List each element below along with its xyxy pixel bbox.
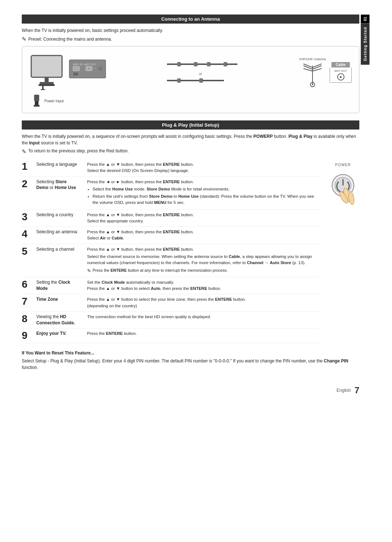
- step-title-3: Selecting a country: [36, 212, 83, 218]
- step-row-4: 4 Selecting an antenna Press the ▲ or ▼ …: [22, 227, 319, 244]
- step-title-8: Viewing the HD Connection Guide.: [36, 314, 83, 326]
- svg-rect-12: [73, 72, 78, 76]
- connector-dot: [340, 76, 342, 78]
- svg-rect-0: [31, 56, 62, 77]
- step-number-1: 1: [22, 161, 33, 172]
- connection-svg: or: [167, 56, 240, 89]
- tv-svg: [29, 54, 64, 90]
- antenna-header: Connecting to an Antenna: [22, 15, 359, 24]
- step-number-4: 4: [22, 229, 33, 239]
- ant-out-label: ANT OUT: [334, 69, 347, 73]
- plug-play-section: Plug & Play (Initial Setup) When the TV …: [22, 120, 359, 343]
- svg-rect-25: [167, 80, 178, 81]
- plug-play-note: Plug & Play: [289, 134, 313, 139]
- svg-rect-2: [40, 82, 54, 84]
- note-pencil-icon: ✎: [22, 36, 26, 42]
- step-number-7: 7: [22, 296, 33, 307]
- step-title-4: Selecting an antenna: [36, 229, 83, 235]
- svg-text:ANT IN: ANT IN: [73, 63, 82, 66]
- step-number-2: 2: [22, 179, 33, 189]
- powerp-label: POWERP: [253, 134, 273, 139]
- svg-line-31: [303, 64, 313, 67]
- step-row-5: 5 Selecting a channel Press the ▲ or ▼ b…: [22, 244, 319, 277]
- reset-section: If You Want to Reset This Feature... Sel…: [22, 350, 359, 371]
- svg-point-45: [348, 191, 355, 205]
- reset-text: Select Setup - Plug & Play (Initial Setu…: [22, 358, 359, 371]
- step-desc-9: Press the ENTERE button.: [87, 330, 319, 337]
- step-number-9: 9: [22, 330, 33, 341]
- antenna-diagram: ANT IN ANT OUT: [22, 46, 359, 113]
- power-label: POWER: [335, 163, 351, 167]
- svg-rect-4: [42, 85, 44, 90]
- svg-rect-29: [202, 80, 224, 81]
- svg-rect-23: [226, 63, 237, 65]
- svg-rect-27: [180, 80, 200, 81]
- back-panel-area: ANT IN ANT OUT: [68, 56, 107, 89]
- step-desc-8: The connection method for the best HD sc…: [87, 314, 319, 320]
- step-desc-6: Set the Clock Mode automatically or manu…: [87, 279, 319, 292]
- step-title-5: Selecting a channel: [36, 246, 83, 252]
- step-row-7: 7 Time Zone Press the ▲ or ▼ button to s…: [22, 294, 319, 312]
- footer-language: English: [336, 388, 351, 393]
- svg-line-34: [313, 64, 322, 67]
- step-title-7: Time Zone: [36, 296, 83, 303]
- power-input-label: Power Input: [44, 99, 64, 103]
- power-plug-svg: [31, 95, 42, 107]
- plug-return-note: ✎ To return to the previous step, press …: [22, 148, 359, 155]
- svg-rect-5: [41, 89, 45, 90]
- footer-page-number: 7: [355, 385, 359, 395]
- svg-text:ANT OUT: ANT OUT: [84, 63, 97, 66]
- vhf-antenna-area: VHF/UHF Antenna: [299, 57, 326, 87]
- step-row-8: 8 Viewing the HD Connection Guide. The c…: [22, 312, 319, 329]
- step-number-8: 8: [22, 314, 33, 324]
- step-row-2: 2 Selecting Store Demo or Home Use Press…: [22, 177, 319, 210]
- svg-point-11: [87, 67, 90, 70]
- side-tab-label: Getting Started: [361, 23, 369, 65]
- step-5-note: ✎ Press the ENTERE button at any time to…: [87, 267, 319, 275]
- connection-area: or: [111, 56, 295, 89]
- preset-note: ✎ Preset: Connecting the mains and anten…: [22, 36, 359, 42]
- svg-rect-19: [197, 63, 208, 65]
- svg-rect-1: [45, 77, 49, 83]
- step-number-6: 6: [22, 279, 33, 290]
- svg-rect-17: [180, 63, 195, 65]
- plug-play-header: Plug & Play (Initial Setup): [22, 120, 359, 130]
- side-tab-number: 01: [361, 15, 369, 23]
- step-desc-1: Press the ▲ or ▼ button, then press the …: [87, 161, 319, 174]
- svg-point-38: [312, 84, 313, 85]
- reset-title: If You Want to Reset This Feature...: [22, 350, 359, 356]
- side-tab: 01 Getting Started: [360, 15, 370, 395]
- step-row-6: 6 Setting the Clock Mode Set the Clock M…: [22, 277, 319, 295]
- steps-left: 1 Selecting a language Press the ▲ or ▼ …: [22, 159, 319, 343]
- steps-container: 1 Selecting a language Press the ▲ or ▼ …: [22, 159, 359, 343]
- svg-rect-15: [167, 63, 178, 65]
- footer: English 7: [22, 385, 359, 395]
- step-desc-3: Press the ▲ or ▼ button, then press the …: [87, 212, 319, 225]
- antenna-intro: When the TV is initially powered on, bas…: [22, 27, 359, 34]
- ant-out-connector: [337, 73, 344, 81]
- cable-section: Cable ANT OUT: [330, 62, 352, 83]
- svg-rect-21: [210, 63, 224, 65]
- tv-illustration: [29, 54, 64, 91]
- step-title-2: Selecting Store Demo or Home Use: [36, 179, 83, 191]
- note-icon-3: ✎: [87, 267, 91, 275]
- plug-play-intro: When the TV is initially powered on, a s…: [22, 133, 359, 146]
- step-title-1: Selecting a language: [36, 161, 83, 168]
- cable-body: ANT OUT: [330, 67, 352, 83]
- step-desc-7: Press the ▲ or ▼ button to select the yo…: [87, 296, 319, 309]
- step-row-9: 9 Enjoy your TV. Press the ENTERE button…: [22, 328, 319, 343]
- back-panel-svg: ANT IN ANT OUT: [68, 56, 107, 89]
- step-desc-4: Press the ▲ or ▼ button, then press the …: [87, 229, 319, 242]
- note-pencil-icon2: ✎: [22, 148, 26, 155]
- antenna-svg: [302, 62, 323, 87]
- change-pin-label: Change PIN: [324, 358, 348, 364]
- cable-label: Cable: [331, 62, 350, 67]
- power-button-svg: [328, 169, 358, 205]
- input-note: Input: [29, 140, 40, 145]
- svg-rect-8: [73, 66, 79, 71]
- antenna-section: Connecting to an Antenna When the TV is …: [22, 15, 359, 113]
- svg-text:or: or: [199, 72, 203, 76]
- step-title-9: Enjoy your TV.: [36, 330, 83, 337]
- step-desc-2: Press the ◄ or ► button, then press the …: [87, 179, 319, 207]
- step-row-3: 3 Selecting a country Press the ▲ or ▼ b…: [22, 210, 319, 227]
